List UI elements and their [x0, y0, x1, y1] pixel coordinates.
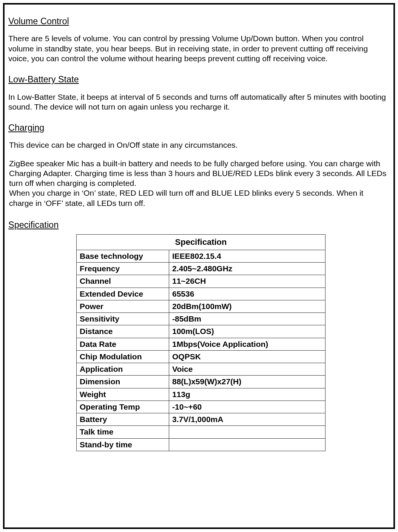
spec-label: Base technology — [77, 250, 169, 262]
spec-label: Stand-by time — [77, 438, 169, 451]
spec-value — [169, 438, 325, 451]
para-charging-2: ZigBee speaker Mic has a built-in batter… — [9, 159, 390, 189]
spec-value: 11~26CH — [169, 275, 325, 288]
spec-label: Weight — [77, 388, 169, 401]
spec-label: Power — [77, 300, 169, 312]
table-row: Power20dBm(100mW) — [77, 300, 325, 312]
spec-value — [169, 426, 325, 438]
spec-value: OQPSK — [169, 350, 325, 363]
para-volume-control: There are 5 levels of volume. You can co… — [8, 34, 390, 63]
spec-value: 113g — [169, 388, 325, 401]
table-row: Talk time — [77, 426, 325, 438]
table-row: Sensitivity -85dBm — [77, 313, 325, 325]
spec-label: Talk time — [77, 426, 169, 438]
page-frame: Volume Control There are 5 levels of vol… — [3, 3, 395, 529]
table-row: Chip ModulationOQPSK — [77, 350, 325, 363]
table-row: ApplicationVoice — [77, 363, 325, 376]
spec-label: Extended Device — [77, 288, 169, 300]
spec-value: 65536 — [169, 288, 325, 300]
spec-label: Operating Temp — [77, 401, 169, 413]
spec-label: Data Rate — [77, 338, 169, 350]
spec-value: 100m(LOS) — [169, 325, 325, 338]
table-row: Frequency2.405~2.480GHz — [77, 263, 325, 275]
para-charging-3: When you charge in ‘On’ state, RED LED w… — [9, 188, 390, 208]
heading-charging: Charging — [8, 122, 390, 133]
spec-value: 20dBm(100mW) — [169, 300, 325, 312]
table-row: Dimension88(L)x59(W)x27(H) — [77, 376, 325, 388]
spec-table-title-row: Specification — [77, 235, 325, 250]
para-charging-1: This device can be charged in On/Off sta… — [9, 140, 390, 150]
table-row: Data Rate1Mbps(Voice Application) — [77, 338, 325, 350]
para-low-battery: In Low-Batter State, it beeps at interva… — [8, 92, 390, 112]
table-row: Base technologyIEEE802.15.4 — [77, 250, 325, 262]
spec-table-title: Specification — [77, 235, 325, 250]
spec-value: Voice — [169, 363, 325, 376]
heading-specification: Specification — [8, 220, 390, 230]
spec-label: Frequency — [77, 263, 169, 275]
spec-label: Battery — [77, 413, 169, 426]
spec-table-wrap: Specification Base technologyIEEE802.15.… — [76, 234, 390, 451]
spec-label: Channel — [77, 275, 169, 288]
spec-label: Application — [77, 363, 169, 376]
spec-value: 88(L)x59(W)x27(H) — [169, 376, 325, 388]
spec-table: Specification Base technologyIEEE802.15.… — [76, 234, 325, 451]
spec-value: -85dBm — [169, 313, 325, 325]
table-row: Weight113g — [77, 388, 325, 401]
table-row: Channel11~26CH — [77, 275, 325, 288]
spec-value: 3.7V/1,000mA — [169, 413, 325, 426]
table-row: Distance100m(LOS) — [77, 325, 325, 338]
heading-low-battery: Low-Battery State — [8, 74, 390, 85]
spec-value: -10~+60 — [169, 401, 325, 413]
spec-value: 2.405~2.480GHz — [169, 263, 325, 275]
heading-volume-control: Volume Control — [8, 16, 390, 27]
table-row: Extended Device65536 — [77, 288, 325, 300]
spec-label: Dimension — [77, 376, 169, 388]
table-row: Stand-by time — [77, 438, 325, 451]
spec-value: IEEE802.15.4 — [169, 250, 325, 262]
spec-value: 1Mbps(Voice Application) — [169, 338, 325, 350]
spec-label: Distance — [77, 325, 169, 338]
table-row: Battery3.7V/1,000mA — [77, 413, 325, 426]
spec-label: Sensitivity — [77, 313, 169, 325]
table-row: Operating Temp -10~+60 — [77, 401, 325, 413]
spec-label: Chip Modulation — [77, 350, 169, 363]
